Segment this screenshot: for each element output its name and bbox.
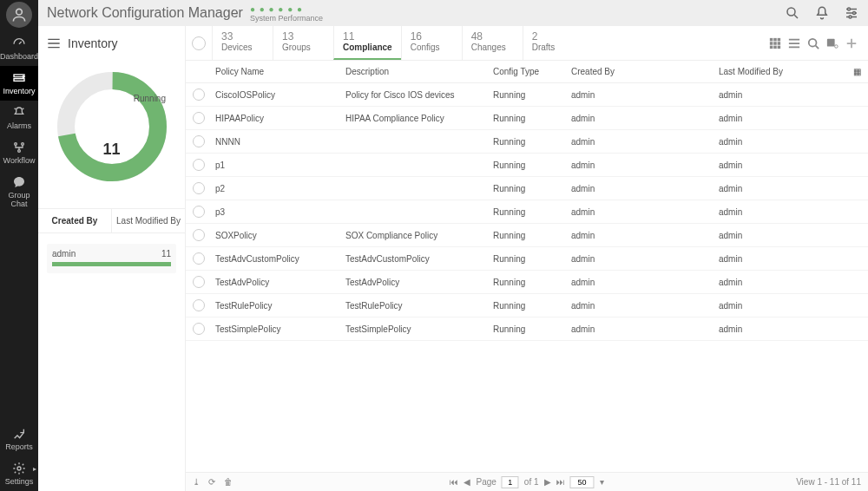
view-list-icon[interactable]: [788, 37, 800, 49]
filter-row-admin[interactable]: admin 11: [47, 244, 176, 273]
search-icon[interactable]: [785, 5, 800, 21]
settings-sliders-icon[interactable]: [844, 5, 859, 21]
pager-prev-icon[interactable]: ◀: [464, 477, 470, 487]
table-row[interactable]: TestSimplePolicyTestSimplePolicyRunninga…: [186, 318, 868, 341]
pager-last-icon[interactable]: ⏭: [556, 477, 565, 487]
nav-settings[interactable]: Settings ▸: [0, 456, 38, 491]
table-row[interactable]: p2Runningadminadmin: [186, 177, 868, 200]
cell-policy: p1: [212, 160, 342, 170]
perf-label: System Performance: [250, 14, 323, 23]
cell-created: admin: [568, 114, 715, 123]
cell-config: Running: [490, 207, 568, 217]
nav-groupchat[interactable]: Group Chat: [0, 170, 38, 213]
nav-label: Workflow: [3, 156, 36, 165]
cell-created: admin: [568, 184, 715, 193]
nav-reports[interactable]: Reports: [0, 422, 38, 456]
filter-bar: [52, 262, 171, 266]
col-config-type[interactable]: Config Type: [490, 67, 568, 76]
cell-config: Running: [490, 301, 568, 311]
pager-size-input[interactable]: [570, 476, 595, 488]
cell-modified: admin: [715, 90, 845, 100]
pager-of: of 1: [524, 477, 539, 487]
pager-size-dropdown-icon[interactable]: ▾: [600, 477, 604, 487]
svg-point-24: [835, 44, 838, 48]
footer-tool-delete-icon[interactable]: 🗑: [224, 477, 233, 487]
row-checkbox[interactable]: [193, 182, 205, 194]
svg-rect-13: [770, 37, 773, 41]
side-tab-created-by[interactable]: Created By: [38, 209, 111, 232]
tab-devices[interactable]: 33Devices: [212, 26, 273, 60]
nav-label: Group Chat: [8, 191, 30, 208]
row-checkbox[interactable]: [193, 276, 205, 288]
cell-desc: SOX Compliance Policy: [342, 231, 490, 240]
cell-modified: admin: [715, 231, 845, 240]
side-tab-modified-by[interactable]: Last Modified By: [111, 209, 185, 232]
nav-dashboard[interactable]: Dashboard: [0, 31, 38, 66]
col-policy-name[interactable]: Policy Name: [212, 67, 342, 76]
cell-desc: Policy for Cisco IOS devices: [342, 90, 490, 100]
pager-first-icon[interactable]: ⏮: [450, 477, 458, 487]
pager-page-input[interactable]: [502, 476, 519, 488]
svg-rect-21: [778, 45, 781, 49]
add-icon[interactable]: [845, 37, 858, 49]
cell-created: admin: [568, 207, 715, 217]
avatar[interactable]: [6, 2, 32, 28]
table-row[interactable]: p3Runningadminadmin: [186, 200, 868, 224]
col-modified-by[interactable]: Last Modified By: [715, 67, 845, 76]
table-row[interactable]: CiscoIOSPolicyPolicy for Cisco IOS devic…: [186, 83, 868, 107]
table-row[interactable]: NNNNRunningadminadmin: [186, 130, 868, 154]
cell-config: Running: [490, 114, 568, 123]
tab-changes[interactable]: 48Changes: [462, 26, 523, 60]
row-checkbox[interactable]: [193, 206, 205, 218]
cell-created: admin: [568, 90, 715, 100]
col-created-by[interactable]: Created By: [568, 67, 715, 76]
row-checkbox[interactable]: [193, 159, 205, 171]
bell-icon[interactable]: [814, 5, 830, 21]
tab-drafts[interactable]: 2Drafts: [523, 26, 583, 60]
column-options-icon[interactable]: ▦: [845, 67, 868, 76]
footer-view-count: View 1 - 11 of 11: [796, 477, 861, 487]
cell-policy: CiscoIOSPolicy: [212, 90, 342, 100]
row-checkbox[interactable]: [193, 299, 205, 311]
nav-inventory[interactable]: Inventory: [0, 66, 38, 101]
cell-modified: admin: [715, 137, 845, 147]
view-grid-icon[interactable]: [769, 37, 781, 49]
footer-tool-refresh-icon[interactable]: ⟳: [208, 477, 215, 487]
table-row[interactable]: p1Runningadminadmin: [186, 154, 868, 177]
row-checkbox[interactable]: [193, 252, 205, 265]
table-row[interactable]: HIPAAPolicyHIPAA Compliance PolicyRunnin…: [186, 107, 868, 130]
row-checkbox[interactable]: [193, 229, 205, 241]
donut-chart[interactable]: Running 11: [38, 61, 185, 208]
tab-compliance[interactable]: 11Compliance: [333, 26, 401, 60]
col-description[interactable]: Description: [342, 67, 490, 76]
app-title: Network Configuration Manager: [47, 5, 243, 21]
row-checkbox[interactable]: [193, 323, 205, 335]
row-checkbox[interactable]: [193, 88, 205, 101]
nav-label: Settings: [5, 477, 34, 486]
table-row[interactable]: SOXPolicySOX Compliance PolicyRunningadm…: [186, 224, 868, 247]
select-all-checkbox[interactable]: [192, 36, 206, 50]
perf-dots-icon: ● ● ● ● ● ●: [250, 4, 303, 14]
cell-policy: TestRulePolicy: [212, 301, 342, 311]
filter-icon[interactable]: [826, 37, 838, 49]
row-checkbox[interactable]: [193, 112, 205, 124]
content-area: 33Devices 13Groups 11Compliance 16Config…: [186, 26, 868, 491]
tab-configs[interactable]: 16Configs: [401, 26, 462, 60]
alarm-icon: [10, 106, 28, 120]
nav-alarms[interactable]: Alarms: [0, 101, 38, 135]
system-performance[interactable]: ● ● ● ● ● ● System Performance: [250, 4, 323, 23]
pager-next-icon[interactable]: ▶: [544, 477, 551, 487]
cell-config: Running: [490, 137, 568, 147]
table-row[interactable]: TestRulePolicyTestRulePolicyRunningadmin…: [186, 294, 868, 318]
donut-slice-label: Running: [134, 94, 166, 103]
nav-workflow[interactable]: Workflow: [0, 135, 38, 170]
tab-groups[interactable]: 13Groups: [273, 26, 333, 60]
table-row[interactable]: TestAdvCustomPolicyTestAdvCustomPolicyRu…: [186, 247, 868, 271]
cell-config: Running: [490, 160, 568, 170]
hamburger-icon[interactable]: [47, 38, 61, 49]
table-row[interactable]: TestAdvPolicyTestAdvPolicyRunningadminad…: [186, 271, 868, 294]
svg-rect-19: [770, 45, 773, 49]
search-table-icon[interactable]: [807, 37, 819, 49]
row-checkbox[interactable]: [193, 135, 205, 147]
footer-tool-export-icon[interactable]: ⤓: [193, 477, 200, 487]
